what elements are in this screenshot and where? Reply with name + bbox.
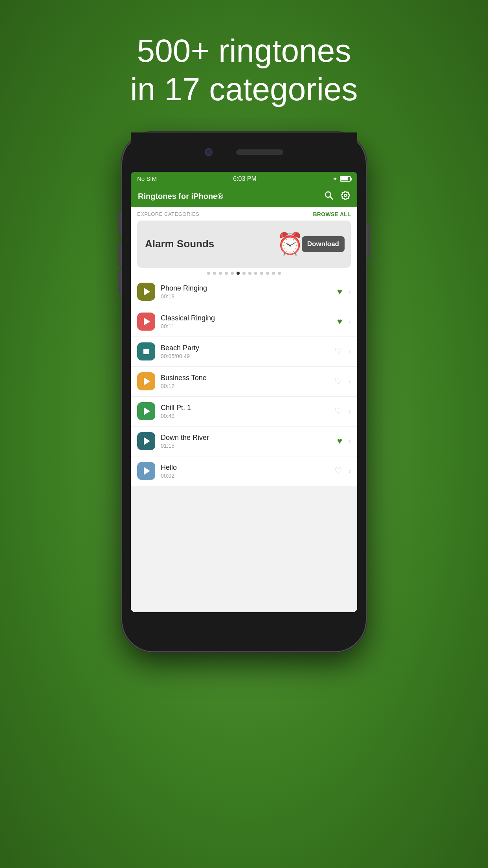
time-label: 6:03 PM xyxy=(233,175,257,182)
favorite-button[interactable]: ♥ xyxy=(337,436,342,446)
favorite-button[interactable]: ♡ xyxy=(334,376,342,386)
track-info-classical-ringing: Classical Ringing 00:11 xyxy=(161,314,332,329)
phone-device: No SIM 6:03 PM ✦ Ringtones for iPhone® xyxy=(122,132,366,651)
track-info-chill-pt1: Chill Pt. 1 00:49 xyxy=(161,404,329,419)
status-bar: No SIM 6:03 PM ✦ xyxy=(131,172,357,186)
track-item-business-tone[interactable]: Business Tone 00:12 ♡ › xyxy=(131,367,357,397)
chevron-right-icon[interactable]: › xyxy=(349,407,351,416)
settings-icon[interactable] xyxy=(341,191,350,202)
track-duration: 00:02 xyxy=(161,473,329,479)
play-button-down-the-river[interactable] xyxy=(137,432,155,450)
phone-screen: No SIM 6:03 PM ✦ Ringtones for iPhone® xyxy=(131,172,357,612)
track-item-down-the-river[interactable]: Down the River 01:15 ♥ › xyxy=(131,427,357,456)
track-name: Down the River xyxy=(161,434,332,442)
track-actions: ♡ › xyxy=(334,406,351,416)
download-button[interactable]: Download xyxy=(302,236,345,252)
track-actions: ♡ › xyxy=(334,466,351,476)
track-item-hello[interactable]: Hello 00:02 ♡ › xyxy=(131,456,357,486)
track-info-beach-party: Beach Party 00:05/00:49 xyxy=(161,344,329,359)
play-button-classical-ringing[interactable] xyxy=(137,313,155,331)
browse-all-button[interactable]: BROWSE ALL xyxy=(313,211,351,217)
chevron-right-icon[interactable]: › xyxy=(349,377,351,386)
favorite-button[interactable]: ♥ xyxy=(337,287,342,297)
chevron-right-icon[interactable]: › xyxy=(349,288,351,296)
track-name: Phone Ringing xyxy=(161,284,332,292)
phone-top-bar xyxy=(131,132,357,172)
dot-9 xyxy=(260,272,263,275)
carrier-label: No SIM xyxy=(137,175,157,182)
play-icon xyxy=(144,437,150,445)
track-actions: ♡ › xyxy=(334,346,351,357)
play-button-chill-pt1[interactable] xyxy=(137,402,155,420)
banner-title: Alarm Sounds xyxy=(145,238,214,250)
dot-1 xyxy=(213,272,216,275)
track-duration: 00:05/00:49 xyxy=(161,353,329,359)
dot-2 xyxy=(219,272,222,275)
favorite-button[interactable]: ♡ xyxy=(334,466,342,476)
dot-11 xyxy=(272,272,275,275)
play-button-phone-ringing[interactable] xyxy=(137,283,155,301)
dot-3 xyxy=(225,272,228,275)
favorite-button[interactable]: ♡ xyxy=(334,346,342,357)
status-right: ✦ xyxy=(333,176,351,182)
track-item-phone-ringing[interactable]: Phone Ringing 00:18 ♥ › xyxy=(131,277,357,307)
track-item-classical-ringing[interactable]: Classical Ringing 00:11 ♥ › xyxy=(131,307,357,337)
track-info-business-tone: Business Tone 00:12 xyxy=(161,374,329,389)
dot-4 xyxy=(231,272,234,275)
track-info-down-the-river: Down the River 01:15 xyxy=(161,434,332,449)
track-name: Business Tone xyxy=(161,374,329,382)
dot-7 xyxy=(248,272,251,275)
track-item-chill-pt1[interactable]: Chill Pt. 1 00:49 ♡ › xyxy=(131,397,357,427)
svg-line-1 xyxy=(330,197,333,199)
clock-icon: ⏰ xyxy=(277,231,304,257)
chevron-right-icon[interactable]: › xyxy=(349,437,351,445)
dot-8 xyxy=(254,272,257,275)
track-duration: 01:15 xyxy=(161,443,332,449)
track-duration: 00:12 xyxy=(161,383,329,389)
track-duration: 00:11 xyxy=(161,323,332,329)
track-duration: 00:49 xyxy=(161,413,329,419)
stop-icon xyxy=(143,349,149,354)
track-name: Chill Pt. 1 xyxy=(161,404,329,412)
chevron-right-icon[interactable]: › xyxy=(349,467,351,475)
search-icon[interactable] xyxy=(324,191,334,202)
svg-point-2 xyxy=(344,194,347,197)
nav-icons xyxy=(324,191,350,202)
track-actions: ♥ › xyxy=(337,316,351,327)
chevron-right-icon[interactable]: › xyxy=(349,318,351,326)
track-info-phone-ringing: Phone Ringing 00:18 xyxy=(161,284,332,300)
play-button-business-tone[interactable] xyxy=(137,372,155,390)
phone-camera xyxy=(205,148,213,156)
dot-12 xyxy=(278,272,281,275)
app-title: Ringtones for iPhone® xyxy=(138,192,223,201)
track-name: Classical Ringing xyxy=(161,314,332,322)
phone-speaker xyxy=(236,149,283,155)
track-item-beach-party[interactable]: Beach Party 00:05/00:49 ♡ › xyxy=(131,337,357,367)
dot-6 xyxy=(242,272,246,275)
chevron-right-icon[interactable]: › xyxy=(349,348,351,356)
headline-line1: 500+ ringtones xyxy=(130,31,358,70)
carousel-dots xyxy=(131,268,357,277)
alarm-sounds-banner[interactable]: Alarm Sounds ⏰ Download xyxy=(137,221,351,268)
track-actions: ♥ › xyxy=(337,287,351,297)
bluetooth-icon: ✦ xyxy=(333,176,338,182)
track-name: Beach Party xyxy=(161,344,329,352)
battery-fill xyxy=(341,177,348,180)
favorite-button[interactable]: ♡ xyxy=(334,406,342,416)
play-button-hello[interactable] xyxy=(137,462,155,480)
track-list: Phone Ringing 00:18 ♥ › Classical Ringin… xyxy=(131,277,357,486)
app-navbar: Ringtones for iPhone® xyxy=(131,186,357,207)
headline-line2: in 17 categories xyxy=(130,70,358,108)
headline: 500+ ringtones in 17 categories xyxy=(130,31,358,109)
explore-label: EXPLORE CATEGORIES xyxy=(137,211,199,217)
dot-10 xyxy=(266,272,269,275)
stop-button-beach-party[interactable] xyxy=(137,342,155,360)
battery-icon xyxy=(340,176,351,182)
track-name: Hello xyxy=(161,463,329,472)
track-actions: ♥ › xyxy=(337,436,351,446)
track-actions: ♡ › xyxy=(334,376,351,386)
play-icon xyxy=(144,407,150,415)
favorite-button[interactable]: ♥ xyxy=(337,316,342,327)
track-info-hello: Hello 00:02 xyxy=(161,463,329,479)
dot-5 xyxy=(237,272,240,275)
